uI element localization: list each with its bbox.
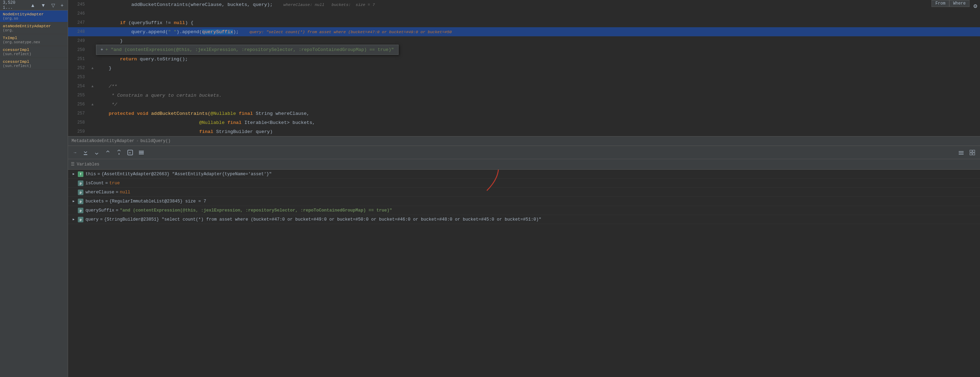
var-icon-this: f [78,172,83,177]
svg-rect-6 [959,151,964,152]
var-icon-iscount: p [78,180,83,186]
expand-whereclause-icon [71,189,76,195]
var-icon-query: p [78,217,83,223]
step-down-btn[interactable] [92,148,102,157]
evaluate-icon: = [127,150,133,155]
frame-item-3[interactable]: ccessorImpl (sun.reflect) [0,46,68,58]
collapse-frames-btn[interactable]: ▼ [40,2,47,9]
var-row-buckets[interactable]: ▶ p buckets = {RegularImmutableList@2384… [68,197,980,206]
frame-item-0[interactable]: NodeEntityAdapter (org.so [0,11,68,22]
step-up-btn[interactable] [103,148,113,157]
frame-list-sidebar: 3,520 i... ▲ ▼ ▽ + NodeEntityAdapter (or… [0,0,68,377]
svg-rect-11 [970,153,972,155]
expand-querysuffix-icon [71,208,76,213]
run-cursor-icon [116,150,122,155]
svg-rect-4 [139,152,144,153]
frame-list-header: 3,520 i... ▲ ▼ ▽ + [0,0,68,11]
frame-item-4[interactable]: ccessorImpl (sun.reflect) [0,58,68,70]
step-down-icon [94,150,99,155]
svg-rect-9 [970,150,972,152]
svg-rect-3 [139,151,144,151]
filter-frames-btn[interactable]: ▽ [50,2,57,9]
menu-icon [958,150,964,155]
panel-title: Variables [77,162,99,167]
expand-query-icon[interactable]: ▶ [71,217,76,223]
code-line-254: 254 ▲ /** [68,82,980,91]
svg-rect-10 [973,150,975,152]
code-line-248: 248 query.append(" ").append(querySuffix… [68,27,980,36]
var-row-querySuffix[interactable]: p querySuffix = "and (contentExpression(… [68,206,980,215]
toolbar-grid-btn[interactable] [967,148,977,157]
code-line-247: 247 if (querySuffix != null) { [68,18,980,27]
var-row-query[interactable]: ▶ p query = {StringBuilder@23851} "selec… [68,215,980,224]
variables-icon: ☰ [71,162,75,167]
variables-panel: ☰ Variables ▶ f this = {AssetEntityAdapt… [68,159,980,377]
frame-counter: 3,520 i... [3,0,26,10]
var-row-isCount[interactable]: p isCount = true [68,179,980,188]
toolbar-right [956,148,977,157]
code-line-253: 253 [68,73,980,82]
expand-frames-btn[interactable]: ▲ [29,2,37,9]
hint-labels: From Where [931,0,969,7]
code-line-251: 251 return query.toString(); [68,54,980,64]
panel-header: ☰ Variables [68,159,980,170]
svg-rect-8 [959,154,964,154]
var-row-whereClause[interactable]: p whereClause = null [68,188,980,197]
step-into-icon [83,150,88,155]
breadcrumb-bar: MetadataNodeEntityAdapter › buildQuery() [68,136,980,146]
expand-iscount-icon [71,180,76,186]
expand-buckets-icon[interactable]: ▶ [71,199,76,204]
expand-this-icon[interactable]: ▶ [71,172,76,177]
where-label[interactable]: Where [949,0,969,7]
frames-arrow-btn[interactable]: → [71,149,79,156]
evaluate-btn[interactable]: = [125,148,135,157]
svg-rect-0 [84,154,87,155]
trace-btn[interactable] [137,148,146,157]
code-line-252: 252 ▲ } [68,64,980,73]
code-line-255: 255 * Constrain a query to certain bucke… [68,91,980,100]
svg-rect-7 [959,153,964,153]
svg-rect-12 [973,153,975,155]
debug-toolbar: → = [68,146,980,159]
code-line-250: 250 ++ "and (contentExpression(@this, :j… [68,45,980,54]
var-row-this[interactable]: ▶ f this = {AssetEntityAdapter@22663} "A… [68,170,980,179]
code-line-246: 246 [68,9,980,18]
var-icon-whereclause: p [78,189,83,195]
svg-rect-5 [139,154,144,154]
frame-item-2[interactable]: TxImpl (org.sonatype.nex [0,34,68,46]
frame-item-1[interactable]: ataNodeEntityAdapter (org. [0,22,68,34]
breadcrumb-method[interactable]: buildQuery() [140,138,170,143]
main-container: 3,520 i... ▲ ▼ ▽ + NodeEntityAdapter (or… [0,0,980,377]
add-frames-btn[interactable]: + [59,2,65,9]
toolbar-menu-btn[interactable] [956,148,966,157]
content-area: ⚙ From Where 245 addBucketConstraints(wh… [68,0,980,377]
from-label[interactable]: From [931,0,949,7]
var-icon-querysuffix: p [78,208,83,213]
code-line-259: 259 final StringBuilder query) [68,127,980,136]
panel-content: ▶ f this = {AssetEntityAdapter@22663} "A… [68,170,980,377]
editor-area: ⚙ From Where 245 addBucketConstraints(wh… [68,0,980,136]
run-cursor-btn[interactable] [114,148,124,157]
variables-section: ☰ Variables ▶ f this = {AssetEntityAdapt… [68,159,980,377]
code-line-257: 257 protected void addBucketConstraints(… [68,109,980,118]
grid-icon [969,150,975,155]
step-up-icon [105,150,111,155]
frame-list-content: NodeEntityAdapter (org.so ataNodeEntityA… [0,11,68,377]
tooltip-popup: ++ "and (contentExpression(@this, :jexlE… [96,45,399,55]
code-line-245: 245 addBucketConstraints(whereClause, bu… [68,0,980,9]
step-into-btn[interactable] [81,148,91,157]
var-icon-buckets: p [78,199,83,204]
tooltip-text: + "and (contentExpression(@this, :jexlEx… [105,47,394,52]
breadcrumb-class[interactable]: MetadataNodeEntityAdapter [72,138,134,143]
code-line-258: 258 @Nullable final Iterable<Bucket> buc… [68,118,980,127]
code-line-256: 256 ▲ */ [68,100,980,109]
trace-icon [138,150,144,155]
code-line-249: 249 } [68,36,980,45]
svg-text:=: = [129,151,131,154]
